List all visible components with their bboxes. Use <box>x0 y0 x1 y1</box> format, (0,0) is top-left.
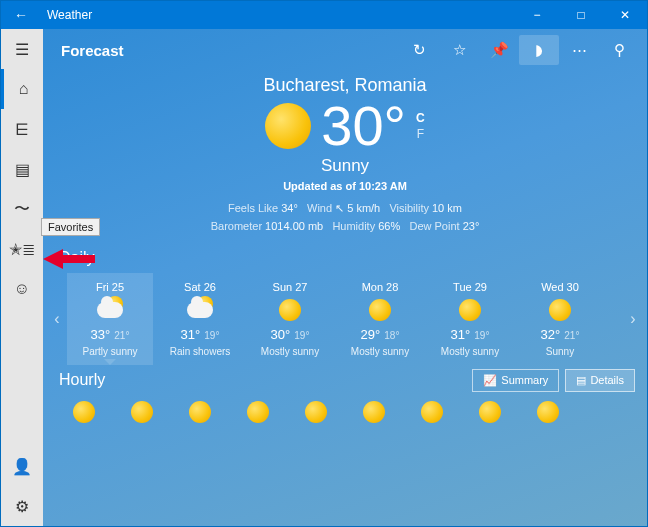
weather-icon <box>431 297 509 323</box>
sun-icon <box>421 401 443 423</box>
day-condition: Sunny <box>521 346 599 357</box>
more-icon[interactable]: ⋯ <box>559 41 599 59</box>
current-conditions: Bucharest, Romania 30° C F Sunny Updated… <box>43 71 647 243</box>
details-button[interactable]: ▤Details <box>565 369 635 392</box>
main-content: Forecast ↻ ☆ 📌 ◗ ⋯ ⚲ Bucharest, Romania … <box>43 29 647 526</box>
title-bar: ← Weather − □ ✕ <box>1 1 647 29</box>
sidebar-item-settings[interactable]: ⚙ <box>1 486 43 526</box>
search-icon[interactable]: ⚲ <box>599 41 639 59</box>
day-condition: Mostly sunny <box>251 346 329 357</box>
summary-button[interactable]: 📈Summary <box>472 369 559 392</box>
sun-icon <box>537 401 559 423</box>
current-stats: Feels Like 34° Wind ↖ 5 km/h Visibility … <box>43 200 647 235</box>
day-temp: 31°19° <box>431 327 509 342</box>
sidebar-item-history[interactable]: ▤ <box>1 149 43 189</box>
app-title: Weather <box>41 8 515 22</box>
day-card[interactable]: Sat 2631°19°Rain showers <box>157 273 243 365</box>
day-temp: 29°18° <box>341 327 419 342</box>
favorites-tooltip: Favorites <box>41 218 100 236</box>
current-temperature: 30° <box>321 98 406 154</box>
day-name: Sun 27 <box>251 281 329 293</box>
minimize-button[interactable]: − <box>515 8 559 22</box>
content-toolbar: Forecast ↻ ☆ 📌 ◗ ⋯ ⚲ <box>43 29 647 71</box>
day-name: Tue 29 <box>431 281 509 293</box>
sun-icon <box>479 401 501 423</box>
back-button[interactable]: ← <box>1 7 41 23</box>
current-condition: Sunny <box>43 156 647 176</box>
svg-marker-0 <box>43 249 95 269</box>
daily-title: Daily <box>43 243 647 273</box>
sidebar-item-news[interactable]: ☺ <box>1 269 43 309</box>
day-card[interactable]: Mon 2829°18°Mostly sunny <box>337 273 423 365</box>
sidebar-item-places[interactable]: 〜 <box>1 189 43 229</box>
sidebar: ☰ ⌂ ⋿ ▤ 〜 ✭≣ ☺ 👤 ⚙ Favorites <box>1 29 43 526</box>
sun-icon <box>265 103 311 149</box>
maximize-button[interactable]: □ <box>559 8 603 22</box>
day-card[interactable]: Wed 3032°21°Sunny <box>517 273 603 365</box>
day-condition: Mostly sunny <box>431 346 509 357</box>
day-name: Mon 28 <box>341 281 419 293</box>
hourly-row <box>43 395 647 423</box>
sidebar-item-favorites[interactable]: ✭≣ <box>1 229 43 269</box>
daily-forecast: ‹ Fri 2533°21°Partly sunnySat 2631°19°Ra… <box>43 273 647 365</box>
updated-time: Updated as of 10:23 AM <box>43 180 647 192</box>
chart-icon: 📈 <box>483 374 497 387</box>
weather-icon <box>71 297 149 323</box>
refresh-icon[interactable]: ↻ <box>399 41 439 59</box>
weather-icon <box>161 297 239 323</box>
day-condition: Rain showers <box>161 346 239 357</box>
weather-icon <box>521 297 599 323</box>
list-icon: ▤ <box>576 374 586 387</box>
sun-icon <box>189 401 211 423</box>
sidebar-item-feedback[interactable]: 👤 <box>1 446 43 486</box>
annotation-arrow <box>43 249 95 289</box>
weather-icon <box>251 297 329 323</box>
day-card[interactable]: Tue 2931°19°Mostly sunny <box>427 273 513 365</box>
close-button[interactable]: ✕ <box>603 8 647 22</box>
chevron-left-icon[interactable]: ‹ <box>47 310 67 328</box>
day-name: Sat 26 <box>161 281 239 293</box>
sun-icon <box>363 401 385 423</box>
wind-arrow-icon: ↖ <box>335 202 344 214</box>
chevron-right-icon[interactable]: › <box>623 310 643 328</box>
moon-icon[interactable]: ◗ <box>519 35 559 65</box>
day-temp: 31°19° <box>161 327 239 342</box>
sun-icon <box>131 401 153 423</box>
hourly-title: Hourly <box>43 365 466 395</box>
weather-icon <box>341 297 419 323</box>
day-temp: 32°21° <box>521 327 599 342</box>
sun-icon <box>247 401 269 423</box>
page-title: Forecast <box>51 42 124 59</box>
pin-icon[interactable]: 📌 <box>479 41 519 59</box>
day-name: Wed 30 <box>521 281 599 293</box>
sun-icon <box>305 401 327 423</box>
day-temp: 33°21° <box>71 327 149 342</box>
day-card[interactable]: Sun 2730°19°Mostly sunny <box>247 273 333 365</box>
unit-fahrenheit[interactable]: F <box>416 127 425 141</box>
sidebar-item-maps[interactable]: ⋿ <box>1 109 43 149</box>
favorite-icon[interactable]: ☆ <box>439 41 479 59</box>
unit-celsius[interactable]: C <box>416 111 425 125</box>
day-condition: Mostly sunny <box>341 346 419 357</box>
day-condition: Partly sunny <box>71 346 149 357</box>
sun-icon <box>73 401 95 423</box>
day-temp: 30°19° <box>251 327 329 342</box>
sidebar-item-forecast[interactable]: ⌂ <box>1 69 43 109</box>
hamburger-icon[interactable]: ☰ <box>1 29 43 69</box>
location-name: Bucharest, Romania <box>43 75 647 96</box>
